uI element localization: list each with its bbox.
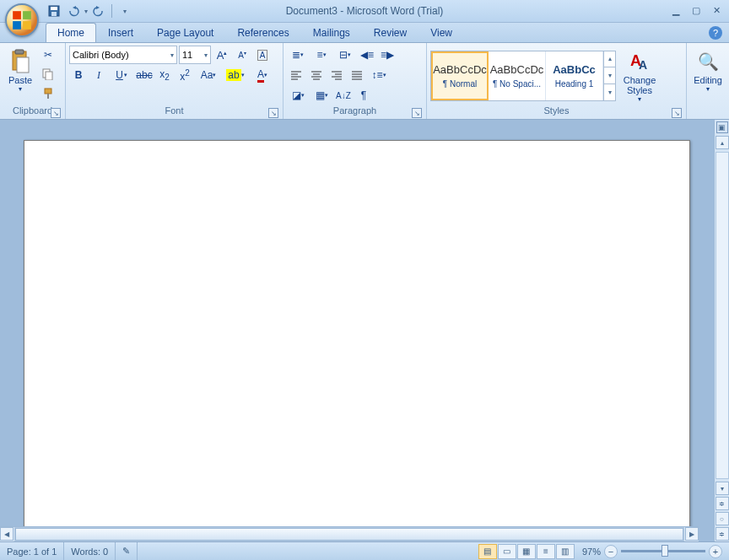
align-right-button[interactable] bbox=[327, 66, 346, 84]
bucket-icon: ◪ bbox=[292, 89, 301, 101]
borders-button[interactable]: ▦▾ bbox=[310, 86, 332, 105]
subscript-button[interactable]: x2 bbox=[155, 66, 174, 84]
draft-view-button[interactable]: ▥ bbox=[556, 544, 575, 559]
vertical-scrollbar[interactable]: ▣ ▴ ▾ ≑ ○ ≑ bbox=[714, 120, 729, 541]
font-family-combo[interactable]: Calibri (Body)▾ bbox=[69, 46, 177, 64]
change-case-button[interactable]: Aa▾ bbox=[196, 66, 221, 84]
increase-indent-button[interactable]: ≡▶ bbox=[378, 46, 397, 64]
undo-button[interactable] bbox=[65, 3, 82, 19]
underline-button[interactable]: U▾ bbox=[110, 66, 133, 84]
minimize-button[interactable]: ▁ bbox=[668, 3, 683, 17]
undo-icon bbox=[68, 5, 79, 17]
svg-rect-6 bbox=[51, 12, 57, 16]
next-page-button[interactable]: ≑ bbox=[716, 527, 729, 541]
tab-page-layout[interactable]: Page Layout bbox=[145, 23, 225, 42]
format-painter-button[interactable] bbox=[39, 84, 57, 103]
shrink-font-button[interactable]: A▾ bbox=[233, 46, 251, 64]
outdent-icon: ◀≡ bbox=[360, 49, 374, 61]
vscroll-down-button[interactable]: ▾ bbox=[716, 482, 729, 495]
sort-button[interactable]: A↓Z bbox=[334, 86, 353, 105]
prev-page-button[interactable]: ≑ bbox=[716, 497, 729, 510]
gallery-up-button[interactable]: ▴ bbox=[604, 51, 615, 68]
vscroll-up-button[interactable]: ▴ bbox=[716, 136, 729, 149]
paragraph-launcher[interactable]: ↘ bbox=[412, 108, 422, 118]
copy-icon bbox=[42, 68, 54, 80]
zoom-out-button[interactable]: − bbox=[604, 545, 618, 558]
decrease-indent-button[interactable]: ◀≡ bbox=[358, 46, 376, 64]
style-no-spacing[interactable]: AaBbCcDc¶ No Spaci... bbox=[489, 51, 546, 100]
bullets-button[interactable]: ≣▾ bbox=[287, 46, 309, 64]
horizontal-scrollbar[interactable]: ◀ ▶ bbox=[0, 526, 699, 541]
numbering-button[interactable]: ≡▾ bbox=[310, 46, 332, 64]
shading-button[interactable]: ◪▾ bbox=[287, 86, 309, 105]
fullscreen-reading-view-button[interactable]: ▭ bbox=[498, 544, 516, 559]
change-styles-label: Change Styles bbox=[624, 75, 656, 95]
clear-formatting-button[interactable]: A bbox=[253, 46, 272, 64]
font-size-combo[interactable]: 11▾ bbox=[179, 46, 211, 64]
help-button[interactable]: ? bbox=[709, 26, 722, 40]
font-launcher[interactable]: ↘ bbox=[268, 108, 278, 118]
zoom-in-button[interactable]: + bbox=[709, 545, 722, 558]
cut-button[interactable]: ✂ bbox=[39, 46, 57, 64]
change-styles-button[interactable]: AA Change Styles▾ bbox=[619, 46, 660, 105]
grow-font-button[interactable]: A▴ bbox=[213, 46, 231, 64]
align-left-button[interactable] bbox=[287, 66, 305, 84]
qat-customize-button[interactable]: ▾ bbox=[116, 3, 133, 19]
style-heading-1[interactable]: AaBbCcHeading 1 bbox=[546, 51, 603, 100]
maximize-button[interactable]: ▢ bbox=[688, 3, 704, 17]
multilevel-button[interactable]: ⊟▾ bbox=[334, 46, 356, 64]
outline-icon: ≡ bbox=[543, 547, 548, 556]
highlight-icon: ab bbox=[226, 69, 240, 81]
highlight-button[interactable]: ab▾ bbox=[223, 66, 248, 84]
tab-references[interactable]: References bbox=[225, 23, 300, 42]
browse-object-button[interactable]: ○ bbox=[716, 512, 729, 525]
styles-group-label: Styles bbox=[544, 105, 570, 116]
close-button[interactable]: ✕ bbox=[709, 3, 724, 17]
printlayout-icon: ▤ bbox=[483, 547, 491, 556]
tab-home[interactable]: Home bbox=[46, 23, 96, 42]
gallery-down-button[interactable]: ▾ bbox=[604, 67, 615, 84]
copy-button[interactable] bbox=[39, 65, 57, 83]
web-layout-view-button[interactable]: ▦ bbox=[517, 544, 536, 559]
italic-button[interactable]: I bbox=[89, 66, 108, 84]
document-page[interactable] bbox=[24, 140, 690, 541]
tab-insert[interactable]: Insert bbox=[96, 23, 145, 42]
hscroll-thumb[interactable] bbox=[15, 528, 683, 541]
font-color-button[interactable]: A▾ bbox=[250, 66, 275, 84]
line-spacing-button[interactable]: ↕≡▾ bbox=[368, 66, 390, 84]
zoom-slider[interactable] bbox=[621, 550, 705, 552]
markup-area-icon[interactable]: ▣ bbox=[716, 121, 728, 133]
outline-view-button[interactable]: ≡ bbox=[537, 544, 555, 559]
svg-rect-0 bbox=[13, 11, 21, 19]
office-button[interactable] bbox=[5, 3, 39, 37]
zoom-level[interactable]: 97% bbox=[582, 547, 601, 557]
style-normal[interactable]: AaBbCcDc¶ Normal bbox=[431, 51, 489, 100]
save-button[interactable] bbox=[46, 3, 62, 19]
tab-review[interactable]: Review bbox=[362, 23, 418, 42]
styles-launcher[interactable]: ↘ bbox=[672, 108, 682, 118]
tab-view[interactable]: View bbox=[418, 23, 464, 42]
clipboard-launcher[interactable]: ↘ bbox=[51, 108, 61, 118]
tab-mailings[interactable]: Mailings bbox=[301, 23, 362, 42]
bold-button[interactable]: B bbox=[69, 66, 88, 84]
strikethrough-button[interactable]: abc bbox=[135, 66, 154, 84]
hscroll-right-button[interactable]: ▶ bbox=[685, 527, 699, 541]
word-count[interactable]: Words: 0 bbox=[64, 542, 116, 560]
proof-icon: ✎ bbox=[122, 546, 130, 557]
align-center-button[interactable] bbox=[307, 66, 326, 84]
gallery-more-button[interactable]: ▾ bbox=[604, 84, 615, 100]
zoom-thumb[interactable] bbox=[662, 545, 668, 557]
print-layout-view-button[interactable]: ▤ bbox=[478, 544, 497, 559]
justify-button[interactable] bbox=[348, 66, 366, 84]
proofing-status[interactable]: ✎ bbox=[116, 542, 138, 560]
save-icon bbox=[48, 5, 60, 17]
editing-label: Editing bbox=[694, 75, 722, 85]
redo-button[interactable] bbox=[90, 3, 107, 19]
superscript-button[interactable]: x2 bbox=[176, 66, 194, 84]
page-status[interactable]: Page: 1 of 1 bbox=[0, 542, 64, 560]
show-marks-button[interactable]: ¶ bbox=[354, 86, 373, 105]
editing-button[interactable]: 🔍 Editing▾ bbox=[690, 46, 726, 95]
hscroll-left-button[interactable]: ◀ bbox=[0, 527, 14, 541]
svg-rect-12 bbox=[45, 89, 51, 94]
paste-button[interactable]: Paste ▾ bbox=[3, 46, 37, 95]
